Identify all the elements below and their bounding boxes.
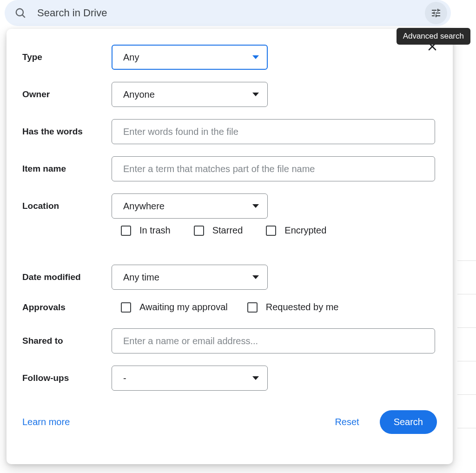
dropdown-owner-value: Anyone bbox=[123, 89, 155, 100]
checkbox-starred[interactable]: Starred bbox=[194, 225, 243, 236]
dropdown-owner[interactable]: Anyone bbox=[112, 82, 268, 107]
row-item-name: Item name bbox=[22, 156, 437, 181]
row-approvals: Approvals Awaiting my approval Requested… bbox=[22, 302, 437, 313]
reset-button[interactable]: Reset bbox=[328, 412, 365, 432]
svg-line-1 bbox=[22, 15, 25, 18]
dropdown-type[interactable]: Any bbox=[112, 45, 268, 70]
checkbox-label-in-trash: In trash bbox=[139, 225, 171, 236]
checkbox-label-starred: Starred bbox=[212, 225, 243, 236]
dropdown-date-modified[interactable]: Any time bbox=[112, 265, 268, 290]
search-bar bbox=[5, 0, 451, 26]
advanced-search-button[interactable] bbox=[425, 2, 447, 24]
search-icon[interactable] bbox=[13, 6, 28, 20]
dropdown-follow-ups-value: - bbox=[123, 373, 126, 384]
row-follow-ups: Follow-ups - bbox=[22, 366, 437, 391]
learn-more-link[interactable]: Learn more bbox=[22, 417, 70, 427]
svg-point-0 bbox=[16, 9, 23, 16]
chevron-down-icon bbox=[252, 376, 259, 380]
label-has-words: Has the words bbox=[22, 127, 112, 137]
checkbox-label-requested: Requested by me bbox=[266, 302, 339, 313]
label-location: Location bbox=[22, 201, 112, 211]
chevron-down-icon bbox=[252, 55, 259, 59]
checkbox-label-awaiting: Awaiting my approval bbox=[139, 302, 228, 313]
label-shared-to: Shared to bbox=[22, 336, 112, 346]
dropdown-location[interactable]: Anywhere bbox=[112, 193, 268, 219]
panel-footer: Learn more Reset Search bbox=[22, 410, 437, 434]
tune-icon bbox=[430, 7, 442, 19]
background-list-dividers bbox=[457, 260, 476, 461]
chevron-down-icon bbox=[252, 93, 259, 96]
row-type: Type Any bbox=[22, 45, 437, 70]
dropdown-type-value: Any bbox=[123, 52, 139, 63]
checkbox-icon bbox=[194, 226, 204, 236]
input-item-name[interactable] bbox=[112, 156, 435, 181]
dropdown-location-value: Anywhere bbox=[123, 201, 165, 212]
checkbox-icon bbox=[247, 302, 258, 313]
input-shared-to[interactable] bbox=[112, 328, 435, 353]
input-has-words[interactable] bbox=[112, 119, 435, 144]
checkbox-icon bbox=[121, 226, 131, 236]
checkbox-icon bbox=[266, 226, 276, 236]
dropdown-follow-ups[interactable]: - bbox=[112, 366, 268, 391]
advanced-search-panel: Type Any Owner Anyone Has the words Item… bbox=[7, 29, 453, 464]
label-date-modified: Date modified bbox=[22, 272, 112, 282]
checkbox-awaiting-approval[interactable]: Awaiting my approval bbox=[121, 302, 228, 313]
label-owner: Owner bbox=[22, 89, 112, 100]
row-date-modified: Date modified Any time bbox=[22, 265, 437, 290]
chevron-down-icon bbox=[252, 275, 259, 279]
row-location-checks: In trash Starred Encrypted bbox=[22, 219, 437, 250]
label-item-name: Item name bbox=[22, 164, 112, 174]
checkbox-label-encrypted: Encrypted bbox=[284, 225, 326, 236]
checkbox-icon bbox=[121, 302, 131, 313]
checkbox-in-trash[interactable]: In trash bbox=[121, 225, 171, 236]
search-input[interactable] bbox=[28, 7, 425, 19]
chevron-down-icon bbox=[252, 204, 259, 208]
search-button[interactable]: Search bbox=[380, 410, 437, 434]
row-shared-to: Shared to bbox=[22, 328, 437, 353]
tooltip-advanced-search: Advanced search bbox=[397, 28, 470, 45]
row-has-words: Has the words bbox=[22, 119, 437, 144]
row-location: Location Anywhere bbox=[22, 193, 437, 219]
label-follow-ups: Follow-ups bbox=[22, 373, 112, 383]
checkbox-encrypted[interactable]: Encrypted bbox=[266, 225, 326, 236]
row-owner: Owner Anyone bbox=[22, 82, 437, 107]
label-type: Type bbox=[22, 52, 112, 62]
checkbox-requested-by-me[interactable]: Requested by me bbox=[247, 302, 339, 313]
dropdown-date-modified-value: Any time bbox=[123, 272, 159, 283]
label-approvals: Approvals bbox=[22, 302, 112, 313]
